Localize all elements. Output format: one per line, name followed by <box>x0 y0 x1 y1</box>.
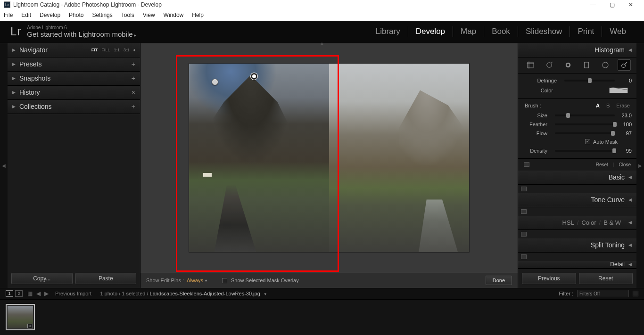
tone-curve-header[interactable]: Tone Curve ◀ <box>518 193 636 207</box>
nav-forward-icon[interactable]: ▶ <box>44 290 49 297</box>
menu-window[interactable]: Window <box>164 12 184 18</box>
module-slideshow[interactable]: Slideshow <box>518 26 570 37</box>
redeye-tool-icon[interactable] <box>561 59 575 71</box>
menu-settings[interactable]: Settings <box>92 12 112 18</box>
lightroom-logo: Lr <box>10 25 21 38</box>
gradient-tool-icon[interactable] <box>580 59 593 71</box>
color-swatch[interactable] <box>609 88 628 93</box>
filter-lock-icon[interactable] <box>633 291 638 296</box>
left-edge-toggle[interactable]: ◀ <box>0 43 8 288</box>
flow-label: Flow <box>523 131 551 136</box>
zoom-menu-icon[interactable]: ♦ <box>133 48 135 52</box>
menu-tools[interactable]: Tools <box>121 12 134 18</box>
defringe-label: Defringe <box>523 78 561 83</box>
zoom-fill[interactable]: FILL <box>101 48 110 52</box>
add-snapshot-icon[interactable]: + <box>132 74 135 82</box>
add-collection-icon[interactable]: + <box>132 103 135 110</box>
collections-header[interactable]: ▶ Collections + <box>8 100 140 114</box>
zoom-1to1[interactable]: 1:1 <box>114 48 120 52</box>
hsl-header[interactable]: HSL/ Color/ B & W ◀ <box>518 216 636 230</box>
density-slider[interactable] <box>555 150 615 152</box>
brush-b[interactable]: B <box>606 103 610 108</box>
module-web[interactable]: Web <box>602 26 634 37</box>
grid-view-icon[interactable]: ▦ <box>27 290 33 297</box>
filmstrip-thumbnail[interactable]: ± <box>6 304 35 330</box>
panel-switch-icon[interactable] <box>521 232 527 237</box>
zoom-fit[interactable]: FIT <box>91 48 98 52</box>
menu-file[interactable]: File <box>4 12 13 18</box>
maximize-button[interactable]: ▢ <box>603 1 621 8</box>
identity-line2[interactable]: Get started with Lightroom mobile <box>27 30 136 38</box>
primary-display-button[interactable]: 1 <box>6 290 13 297</box>
module-picker: Library Develop Map Book Slideshow Print… <box>368 26 634 37</box>
defringe-slider[interactable] <box>564 80 615 82</box>
disclosure-triangle-icon: ◀ <box>628 197 632 202</box>
clear-history-icon[interactable]: × <box>132 89 135 96</box>
panel-switch-icon[interactable] <box>521 254 527 259</box>
module-book[interactable]: Book <box>484 26 518 37</box>
path-dropdown-icon[interactable]: ▼ <box>264 292 267 296</box>
feather-slider[interactable] <box>555 123 615 125</box>
navigator-header[interactable]: ▶ Navigator FIT FILL 1:1 3:1 ♦ <box>8 43 140 57</box>
nav-back-icon[interactable]: ◀ <box>36 290 41 297</box>
zoom-3to1[interactable]: 3:1 <box>124 48 130 52</box>
history-header[interactable]: ▶ History × <box>8 86 140 100</box>
mask-overlay-checkbox[interactable] <box>222 278 227 283</box>
right-edge-toggle[interactable]: ▶ <box>636 43 644 288</box>
brush-tool-icon[interactable] <box>618 59 631 71</box>
module-library[interactable]: Library <box>368 26 408 37</box>
module-develop[interactable]: Develop <box>408 26 453 37</box>
detail-header[interactable]: Detail ◀ <box>518 261 636 269</box>
size-slider[interactable] <box>555 114 615 116</box>
image-left-half <box>189 64 329 252</box>
copy-button[interactable]: Copy... <box>11 273 73 284</box>
image-canvas[interactable] <box>189 64 469 252</box>
secondary-display-button[interactable]: 2 <box>15 290 23 297</box>
panel-switch-icon[interactable] <box>521 187 527 191</box>
spot-tool-icon[interactable] <box>543 59 556 71</box>
radial-tool-icon[interactable] <box>599 59 612 71</box>
menu-edit[interactable]: Edit <box>21 12 31 18</box>
menu-photo[interactable]: Photo <box>69 12 83 18</box>
automask-checkbox[interactable]: ✓ <box>585 139 590 144</box>
crop-tool-icon[interactable] <box>524 59 537 71</box>
flow-slider[interactable] <box>555 132 615 134</box>
filter-dropdown[interactable]: Filters Off <box>577 290 629 297</box>
module-map[interactable]: Map <box>453 26 484 37</box>
color-tab[interactable]: Color <box>581 219 596 226</box>
source-label[interactable]: Previous Import <box>55 291 91 296</box>
bw-tab[interactable]: B & W <box>603 219 621 226</box>
filmstrip[interactable]: ± <box>0 300 644 335</box>
presets-header[interactable]: ▶ Presets + <box>8 57 140 72</box>
done-button[interactable]: Done <box>486 276 512 285</box>
left-panel: ▶ Navigator FIT FILL 1:1 3:1 ♦ ▶ Presets… <box>8 43 140 288</box>
dropdown-arrow-icon: ♦ <box>205 278 207 283</box>
adjustment-pin-active[interactable] <box>251 73 257 80</box>
panel-switch-icon[interactable] <box>521 209 527 214</box>
panel-switch-icon[interactable] <box>524 162 529 167</box>
brush-erase[interactable]: Erase <box>616 103 630 108</box>
paste-button[interactable]: Paste <box>75 273 137 284</box>
svg-point-6 <box>622 64 626 68</box>
snapshots-header[interactable]: ▶ Snapshots + <box>8 72 140 86</box>
adjustment-pin[interactable] <box>212 79 218 85</box>
previous-button[interactable]: Previous <box>522 273 576 284</box>
add-preset-icon[interactable]: + <box>132 60 135 68</box>
reset-button[interactable]: Reset <box>579 273 633 284</box>
brush-a[interactable]: A <box>596 103 600 108</box>
split-toning-header[interactable]: Split Toning ◀ <box>518 238 636 253</box>
minimize-button[interactable]: — <box>584 1 603 8</box>
module-print[interactable]: Print <box>570 26 602 37</box>
show-edit-pins-dropdown[interactable]: Always <box>187 278 203 283</box>
close-button[interactable]: ✕ <box>621 1 640 8</box>
brush-reset-link[interactable]: Reset <box>596 162 608 167</box>
histogram-header[interactable]: Histogram ◀ <box>518 43 636 57</box>
menu-help[interactable]: Help <box>192 12 204 18</box>
menu-view[interactable]: View <box>143 12 155 18</box>
hsl-tab[interactable]: HSL <box>562 219 574 226</box>
disclosure-triangle-icon: ◀ <box>628 175 632 180</box>
right-panel: Histogram ◀ Defringe 0 Color <box>518 43 636 288</box>
menu-develop[interactable]: Develop <box>40 12 60 18</box>
basic-header[interactable]: Basic ◀ <box>518 171 636 185</box>
brush-close-link[interactable]: Close <box>619 162 631 167</box>
